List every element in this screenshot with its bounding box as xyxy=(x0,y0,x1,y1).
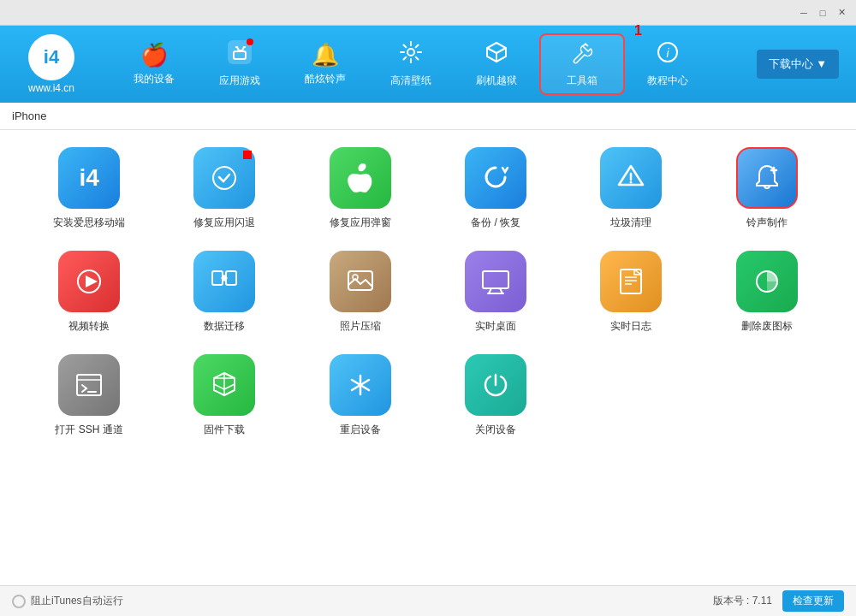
logo-icon: i4 xyxy=(28,34,74,80)
pie-icon xyxy=(748,263,786,300)
tool-realtime-desktop[interactable]: 实时桌面 xyxy=(432,251,559,334)
fix-app-crash-label: 修复应用闪退 xyxy=(193,216,255,230)
tool-ringtone-make[interactable]: 铃声制作 2 xyxy=(704,147,830,230)
tool-install-ipa[interactable]: i4 安装爱思移动端 xyxy=(26,147,152,230)
gear-icon xyxy=(399,40,423,70)
nav: 🍎 我的设备 应用游戏 🔔 酷炫铃声 xyxy=(111,33,757,95)
play-circle-icon xyxy=(70,263,108,300)
transfer-icon xyxy=(205,263,243,300)
nav-label-my-device: 我的设备 xyxy=(134,72,175,86)
tool-reset-device[interactable]: 重启设备 xyxy=(297,354,424,437)
itunes-status-icon xyxy=(12,595,26,608)
nav-item-tutorial[interactable]: i 教程中心 xyxy=(625,35,710,93)
tool-realtime-log[interactable]: 实时日志 xyxy=(568,251,694,334)
install-ipa-label: 安装爱思移动端 xyxy=(53,216,125,230)
info-icon: i xyxy=(656,40,680,70)
itunes-status-text: 阻止iTunes自动运行 xyxy=(31,594,123,608)
tool-ssh-tunnel[interactable]: 打开 SSH 通道 xyxy=(26,354,152,437)
tool-photo-compress[interactable]: 照片压缩 xyxy=(297,251,424,334)
ssh-tunnel-icon xyxy=(58,354,120,416)
breadcrumb-device: iPhone xyxy=(12,110,46,122)
tool-fix-app-popup[interactable]: 修复应用弹窗 xyxy=(297,147,424,230)
svg-text:i: i xyxy=(666,46,669,60)
photo-compress-icon xyxy=(330,251,391,312)
nav-item-toolbox[interactable]: 工具箱 1 xyxy=(539,33,625,95)
ringtone-make-icon xyxy=(736,147,798,209)
nav-label-app-game: 应用游戏 xyxy=(219,74,260,88)
bell-icon: 🔔 xyxy=(312,42,339,68)
realtime-desktop-icon xyxy=(465,251,526,312)
corner-badge-1: 1 xyxy=(634,23,642,38)
apple-icon: 🍎 xyxy=(140,42,168,68)
nav-item-jailbreak[interactable]: 刷机越狱 xyxy=(454,35,539,93)
check-update-button[interactable]: 检查更新 xyxy=(782,590,844,612)
data-migrate-icon xyxy=(193,251,255,312)
nav-item-wallpaper[interactable]: 高清壁纸 xyxy=(368,35,454,93)
document-icon xyxy=(612,263,650,300)
close-button[interactable]: ✕ xyxy=(834,5,849,21)
minimize-button[interactable]: ─ xyxy=(796,5,811,21)
photo-compress-label: 照片压缩 xyxy=(340,319,381,334)
svg-rect-19 xyxy=(483,271,508,288)
clean-icon xyxy=(612,159,650,197)
app-game-dot xyxy=(247,38,253,45)
tool-backup-restore[interactable]: 备份 / 恢复 xyxy=(432,147,559,230)
svg-line-32 xyxy=(214,384,224,389)
asterisk-icon xyxy=(342,366,379,404)
tool-trash-clean[interactable]: 垃圾清理 xyxy=(568,147,694,230)
nav-label-ringtone: 酷炫铃声 xyxy=(305,72,346,86)
realtime-log-label: 实时日志 xyxy=(610,319,651,334)
realtime-log-icon xyxy=(600,251,662,312)
box-icon xyxy=(484,40,508,70)
version-label: 版本号 : 7.11 xyxy=(713,594,772,608)
tool-firmware-dl[interactable]: 固件下载 xyxy=(161,354,288,437)
tool-grid: i4 安装爱思移动端 修复应用闪退 修复应用弹窗 xyxy=(26,147,830,437)
install-ipa-icon: i4 xyxy=(58,147,120,209)
svg-point-7 xyxy=(630,181,633,184)
download-button[interactable]: 下载中心 ▼ xyxy=(757,50,839,79)
nav-label-wallpaper: 高清壁纸 xyxy=(390,74,431,88)
tool-video-convert[interactable]: 视频转换 xyxy=(26,251,152,334)
nav-item-app-game[interactable]: 应用游戏 xyxy=(197,35,282,93)
delete-icons-label: 删除废图标 xyxy=(741,319,793,334)
app-store-icon xyxy=(206,160,242,196)
main-content: i4 安装爱思移动端 修复应用闪退 修复应用弹窗 xyxy=(0,130,856,585)
header: i4 www.i4.cn 🍎 我的设备 xyxy=(0,26,856,103)
trash-clean-icon xyxy=(600,147,662,209)
video-convert-label: 视频转换 xyxy=(68,319,110,334)
delete-icons-icon xyxy=(736,251,798,312)
svg-marker-11 xyxy=(86,275,98,287)
bell-plus-icon xyxy=(748,159,786,197)
breadcrumb: iPhone xyxy=(0,103,856,130)
monitor-icon xyxy=(477,263,514,300)
tool-fix-app-crash[interactable]: 修复应用闪退 xyxy=(161,147,288,230)
cube-icon xyxy=(205,366,243,404)
reset-device-label: 重启设备 xyxy=(340,423,381,437)
titlebar: ─ □ ✕ xyxy=(0,0,856,26)
tool-shutdown-device[interactable]: 关闭设备 xyxy=(432,354,559,437)
reset-device-icon xyxy=(330,354,391,416)
realtime-desktop-label: 实时桌面 xyxy=(475,319,516,334)
data-migrate-label: 数据迁移 xyxy=(204,319,245,334)
shutdown-device-label: 关闭设备 xyxy=(475,423,516,437)
backup-restore-label: 备份 / 恢复 xyxy=(471,216,520,230)
tool-data-migrate[interactable]: 数据迁移 xyxy=(161,251,288,334)
firmware-dl-icon xyxy=(193,354,255,416)
install-ipa-symbol: i4 xyxy=(79,164,98,192)
logo: i4 www.i4.cn xyxy=(9,34,94,94)
trash-clean-label: 垃圾清理 xyxy=(610,216,651,230)
maximize-button[interactable]: □ xyxy=(815,5,830,21)
terminal-icon xyxy=(70,366,108,404)
shutdown-device-icon xyxy=(465,354,526,416)
fix-app-crash-icon xyxy=(193,147,255,209)
power-icon xyxy=(477,366,514,404)
crash-dot xyxy=(243,151,252,159)
ringtone-make-label: 铃声制作 xyxy=(746,216,788,230)
nav-item-ringtone[interactable]: 🔔 酷炫铃声 xyxy=(282,37,368,92)
image-icon xyxy=(342,263,379,300)
tool-delete-icons[interactable]: 删除废图标 xyxy=(704,251,830,334)
fix-app-popup-label: 修复应用弹窗 xyxy=(330,216,391,230)
nav-label-tutorial: 教程中心 xyxy=(647,74,688,88)
nav-item-my-device[interactable]: 🍎 我的设备 xyxy=(111,37,197,92)
statusbar-left: 阻止iTunes自动运行 xyxy=(12,594,123,608)
